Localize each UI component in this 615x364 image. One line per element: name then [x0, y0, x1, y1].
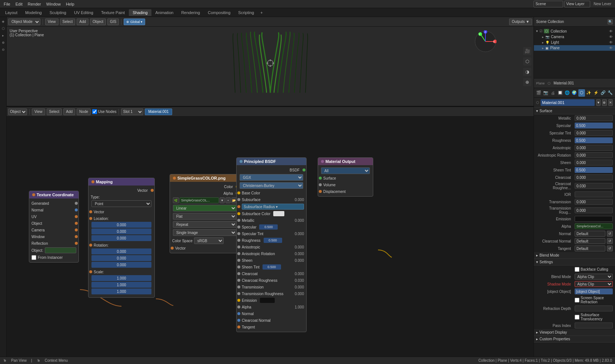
outputs-btn[interactable]: Outputs ▼: [509, 19, 532, 25]
sst-checkbox[interactable]: [575, 315, 579, 320]
principled-specular-field[interactable]: 0.500: [259, 224, 278, 230]
menu-help[interactable]: Help: [64, 1, 77, 7]
img-tex-source-dropdown[interactable]: Single Image: [173, 229, 237, 236]
material-output-target-dropdown[interactable]: All: [321, 167, 370, 174]
props-particle-icon-btn[interactable]: ✨: [586, 89, 592, 97]
left-icon-5[interactable]: ⊖: [0, 47, 6, 53]
view-menu-btn[interactable]: View: [45, 19, 59, 25]
props-view-layer-icon-btn[interactable]: 🔲: [557, 89, 563, 97]
ssr-checkbox-label[interactable]: Screen Space Refraction: [575, 296, 613, 304]
prop-normal-dropdown[interactable]: Default: [575, 231, 605, 237]
principled-roughness-field[interactable]: 0.500: [264, 238, 282, 243]
collection-visibility-icon[interactable]: 👁: [609, 29, 613, 33]
tree-item-collection[interactable]: ▾ ☑ ⬡ Collection 👁: [534, 28, 615, 34]
ne-add-btn[interactable]: Add: [63, 108, 75, 115]
prop-sheen-tint-value[interactable]: 0.500: [575, 167, 613, 173]
prop-clearcoat-normal-reset-btn[interactable]: ↺: [607, 238, 613, 244]
prop-roughness-value[interactable]: 0.500: [575, 137, 613, 143]
ssr-checkbox[interactable]: [575, 298, 579, 303]
tab-sculpting[interactable]: Sculpting: [46, 9, 70, 16]
mapping-node[interactable]: Mapping Vector Type:: [88, 178, 155, 298]
mat-browse-btn[interactable]: ▼: [596, 99, 601, 106]
mapping-loc-x[interactable]: [91, 222, 151, 228]
ne-view-btn[interactable]: View: [32, 108, 45, 115]
tab-shading[interactable]: Shading: [129, 9, 151, 16]
mapping-rot-x[interactable]: [91, 248, 151, 254]
prop-sheen-value[interactable]: 0.000: [575, 160, 613, 166]
mapping-loc-z[interactable]: [91, 235, 151, 241]
light-visibility-icon[interactable]: 👁: [609, 40, 613, 44]
material-output-node[interactable]: Material Output All Surface: [318, 157, 373, 197]
tree-item-plane[interactable]: ▸ ▣ Plane 👁: [534, 45, 615, 51]
prop-emission-swatch[interactable]: [575, 216, 613, 222]
left-icon-2[interactable]: ⬡: [0, 26, 6, 31]
prop-clearcoat-value[interactable]: 0.000: [575, 174, 613, 180]
prop-clip-threshold-value[interactable]: [object Object]: [575, 288, 613, 294]
custom-props-section-header[interactable]: ▸ Custom Properties: [534, 336, 615, 342]
img-tex-browse-btn[interactable]: ▼: [220, 197, 225, 203]
viewport-shading-icon[interactable]: ◑: [523, 68, 531, 76]
img-tex-interpolation-dropdown[interactable]: Linear: [173, 205, 237, 211]
tab-texture-paint[interactable]: Texture Paint: [97, 9, 128, 16]
prop-clearcoat-normal-dropdown[interactable]: Default: [575, 238, 605, 244]
viewport-camera-icon[interactable]: 🎥: [523, 47, 531, 55]
img-tex-projection-dropdown[interactable]: Flat: [173, 213, 237, 220]
texture-coordinate-node[interactable]: Texture Coordinate Generated Normal: [29, 191, 79, 263]
plane-visibility-icon[interactable]: 👁: [609, 46, 613, 50]
tab-modeling[interactable]: Modeling: [21, 9, 46, 16]
menu-file[interactable]: File: [1, 1, 13, 7]
prop-shadow-mode-dropdown[interactable]: Alpha Clip: [575, 281, 613, 287]
mapping-scale-z[interactable]: [91, 288, 151, 294]
img-tex-new-btn[interactable]: +: [225, 197, 231, 203]
transform-global-btn[interactable]: ⊕ Global ▾: [124, 19, 145, 25]
left-icon-4[interactable]: ⊕: [0, 40, 6, 46]
tab-compositing[interactable]: Compositing: [204, 9, 234, 16]
prop-blend-mode-dropdown[interactable]: Alpha Clip: [575, 274, 613, 280]
prop-anisotropic-value[interactable]: 0.000: [575, 145, 613, 151]
gis-btn[interactable]: GIS: [107, 19, 119, 25]
viewport-render-icon[interactable]: ⬡: [523, 57, 531, 66]
object-mode-dropdown[interactable]: Object Mode: [8, 19, 40, 25]
object-menu-btn[interactable]: Object: [90, 19, 106, 25]
prop-specular-value[interactable]: 0.500: [575, 123, 613, 128]
menu-render[interactable]: Render: [26, 1, 43, 7]
props-output-icon-btn[interactable]: 🖨: [550, 89, 556, 97]
prop-tangent-dropdown[interactable]: Default: [575, 246, 605, 251]
viewport-display-section-header[interactable]: ▸ Viewport Display: [534, 329, 615, 335]
sst-checkbox-label[interactable]: Subsurface Translucency: [575, 313, 613, 321]
props-constraint-icon-btn[interactable]: 🔗: [600, 89, 606, 97]
ne-select-btn[interactable]: Select: [47, 108, 62, 115]
props-physics-icon-btn[interactable]: ⚡: [593, 89, 599, 97]
add-menu-btn[interactable]: Add: [77, 19, 88, 25]
node-editor-type-dropdown[interactable]: Object: [8, 108, 27, 115]
mat-copy-btn[interactable]: ⊕: [602, 99, 606, 106]
principled-bsdf-node[interactable]: Principled BSDF BSDF GGX: [236, 157, 307, 332]
props-world-icon-btn[interactable]: 🌍: [571, 89, 578, 97]
prop-metallic-value[interactable]: 0.000: [575, 115, 613, 121]
backface-culling-checkbox[interactable]: [575, 267, 579, 272]
prop-alpha-value[interactable]: SimpleGrassCol...: [575, 223, 613, 229]
img-tex-name-field[interactable]: SimpleGrassCOL...: [180, 197, 219, 203]
tree-item-camera[interactable]: ▸ 📷 Camera 👁: [534, 34, 615, 40]
viewport-bg[interactable]: User Perspective (1) Collection | Plane: [7, 27, 534, 107]
prop-specular-tint-value[interactable]: 0.000: [575, 130, 613, 136]
principled-sheen-tint-field[interactable]: 0.500: [263, 264, 281, 270]
mapping-scale-x[interactable]: [91, 275, 151, 281]
img-tex-extension-dropdown[interactable]: Repeat: [173, 221, 237, 228]
prop-tangent-reset-btn[interactable]: ↺: [607, 246, 613, 251]
prop-transmission-value[interactable]: 0.000: [575, 199, 613, 205]
prop-ior-value[interactable]: [575, 191, 613, 197]
tc-from-instancer-checkbox[interactable]: [31, 255, 36, 260]
img-tex-open-btn[interactable]: 📂: [231, 197, 237, 203]
settings-section-header[interactable]: ▾ Settings: [534, 259, 615, 265]
node-canvas[interactable]: Texture Coordinate Generated Normal: [7, 117, 534, 364]
backface-culling-checkbox-label[interactable]: Backface Culling: [575, 267, 608, 272]
menu-edit[interactable]: Edit: [13, 1, 25, 7]
prop-clearcoat-rough-value[interactable]: 0.030: [575, 183, 613, 189]
props-modifier-icon-btn[interactable]: 🔧: [607, 89, 614, 97]
image-texture-node[interactable]: SimpleGrassCOLOR.png Color Alpha: [170, 174, 240, 253]
properties-scroll-area[interactable]: ▾ Surface Metallic 0.000 Specular 0.500 …: [534, 108, 615, 343]
view-layer-input[interactable]: [564, 1, 590, 7]
principled-subsurface-method-dropdown[interactable]: Christensen-Burley: [240, 182, 303, 189]
prop-aniso-rotation-value[interactable]: 0.000: [575, 152, 613, 158]
